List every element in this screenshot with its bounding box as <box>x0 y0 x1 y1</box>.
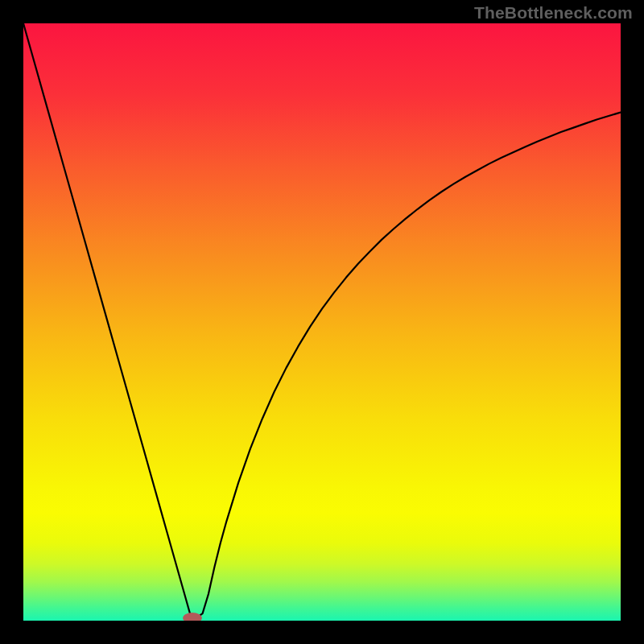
plot-area <box>23 23 621 621</box>
chart-container: TheBottleneck.com <box>0 0 644 644</box>
chart-svg <box>23 23 621 621</box>
watermark-text: TheBottleneck.com <box>474 3 633 23</box>
svg-rect-0 <box>23 23 621 621</box>
